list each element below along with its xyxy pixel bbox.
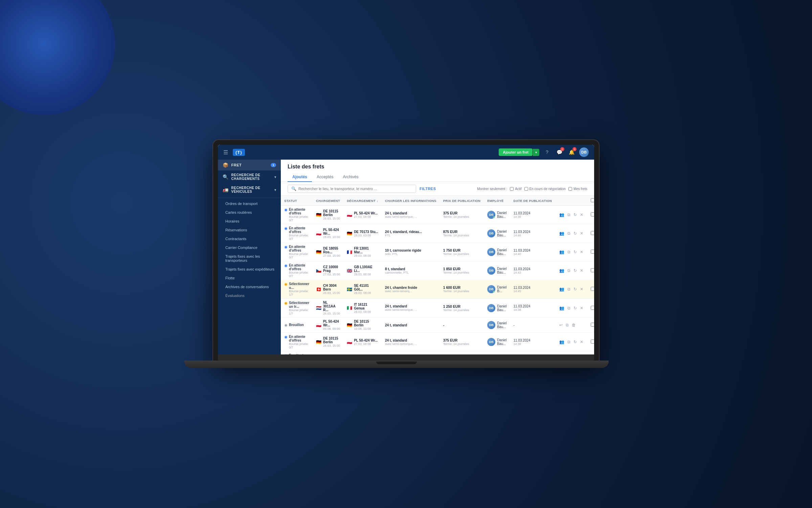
action-refresh-2[interactable]: ↻ (573, 249, 578, 255)
action-close-2[interactable]: ✕ (579, 249, 584, 255)
sidebar-item-carrier-compliance[interactable]: Carrier Compliance (218, 243, 281, 252)
action-copy-3[interactable]: ⧉ (567, 268, 571, 274)
action-close-5[interactable]: ✕ (579, 305, 584, 311)
action-group-0[interactable]: 👥 (559, 212, 565, 218)
load-date-4: 26.03, 15:00 (323, 291, 340, 295)
action-group-7[interactable]: 👥 (559, 339, 565, 345)
sidebar-item-archives[interactable]: Archives de conversations (218, 282, 281, 291)
unload-flag-5: 🇮🇹 (347, 305, 352, 310)
action-close-4[interactable]: ✕ (579, 286, 584, 292)
action-copy-7[interactable]: ⧉ (567, 339, 571, 345)
load-city-5: NL 3011AA R... (323, 301, 340, 312)
row-checkbox-6[interactable] (591, 323, 594, 327)
col-date-pub: DATE DE PUBLICATION (510, 196, 556, 206)
action-group-5[interactable]: 👥 (559, 305, 565, 311)
sidebar-item-trajets-fixes-expediteurs[interactable]: Trajets fixes avec expéditeurs (218, 265, 281, 274)
search-input[interactable] (298, 187, 412, 191)
action-close-1[interactable]: ✕ (579, 230, 584, 236)
action-group-4[interactable]: 👥 (559, 286, 565, 292)
unload-flag-1: 🇩🇪 (347, 231, 352, 236)
sidebar-item-cartes-routieres[interactable]: Cartes routières (218, 208, 281, 217)
action-copy-4[interactable]: ⧉ (567, 286, 571, 292)
sidebar-item-contractants[interactable]: Contractants (218, 234, 281, 243)
action-restore-6[interactable]: ↩ (559, 322, 563, 328)
filter-mes-frets-checkbox[interactable] (568, 187, 572, 191)
action-copy-6[interactable]: ⧉ (565, 322, 569, 328)
row-checkbox-7[interactable] (591, 340, 594, 344)
unload-city-2: FR 13001 Mar... (354, 247, 378, 254)
hamburger-icon[interactable]: ☰ (223, 149, 228, 156)
sidebar-item-trajets-fixes-transporteurs[interactable]: Trajets fixes avec les transporteurs (218, 252, 281, 265)
action-refresh-5[interactable]: ↻ (573, 305, 578, 311)
action-copy-2[interactable]: ⧉ (567, 249, 571, 255)
emp-name-5: Daniel Bau... (497, 304, 506, 312)
cell-statut-0: En attente d'offres Bourse privée: 0/7 (281, 206, 313, 224)
unload-city-6: DE 10115 Berlin (354, 320, 378, 327)
action-copy-5[interactable]: ⧉ (567, 305, 571, 311)
sidebar-item-recherche-vehicules[interactable]: 🚛 RECHERCHE DE VÉHICULES ▾ (218, 183, 281, 196)
cell-chargement-7: 🇩🇪 DE 10115 Berlin 26.03, 15:00 (313, 333, 343, 351)
filter-actif-label[interactable]: Actif (510, 187, 521, 191)
row-checkbox-4[interactable] (591, 287, 594, 291)
filter-button[interactable]: FILTRES (420, 187, 436, 191)
fret-icon: 📦 (223, 162, 229, 168)
filter-mes-frets-label[interactable]: Mes frets (568, 187, 587, 191)
action-refresh-4[interactable]: ↻ (573, 286, 578, 292)
action-refresh-7[interactable]: ↻ (573, 339, 578, 345)
action-copy-1[interactable]: ⧉ (567, 230, 571, 236)
row-checkbox-5[interactable] (591, 306, 594, 310)
action-delete-6[interactable]: 🗑 (571, 322, 577, 328)
sidebar-item-flotte[interactable]: Flotte (218, 274, 281, 282)
action-group-2[interactable]: 👥 (559, 249, 565, 255)
action-refresh-3[interactable]: ↻ (573, 268, 578, 274)
sidebar-item-reservations[interactable]: Réservations (218, 226, 281, 234)
table-row: En attente d'offres Bourse privée: 0/7 🇩… (281, 243, 594, 261)
unload-flag-0: 🇵🇱 (347, 212, 352, 217)
unload-flag-2: 🇫🇷 (347, 250, 352, 255)
action-refresh-0[interactable]: ↻ (573, 212, 578, 218)
cell-checkbox-6 (587, 318, 594, 333)
action-close-7[interactable]: ✕ (579, 339, 584, 345)
row-checkbox-2[interactable] (591, 250, 594, 254)
fret-label: FRET (231, 163, 242, 167)
chat-button[interactable]: 💬 2 (555, 148, 564, 157)
user-avatar-top[interactable]: DB (579, 147, 589, 157)
sidebar: 📦 FRET 1 🔍 RECHERCHE DE CHARGEMENTS ▾ 🚛 … (218, 160, 281, 354)
action-group-1[interactable]: 👥 (559, 230, 565, 236)
tab-ajoutes[interactable]: Ajoutés (288, 172, 312, 182)
action-group-3[interactable]: 👥 (559, 268, 565, 274)
sidebar-item-evaluations[interactable]: Évaluations (218, 291, 281, 300)
help-button[interactable]: ? (543, 148, 551, 157)
action-refresh-1[interactable]: ↻ (573, 230, 578, 236)
row-checkbox-0[interactable] (591, 212, 594, 216)
action-copy-0[interactable]: ⧉ (567, 212, 571, 218)
unload-flag-7: 🇵🇱 (347, 340, 352, 345)
load-flag-2: 🇩🇪 (316, 250, 321, 255)
action-close-3[interactable]: ✕ (579, 268, 584, 274)
row-checkbox-1[interactable] (591, 231, 594, 235)
sidebar-item-fret[interactable]: 📦 FRET 1 (218, 160, 281, 170)
emp-avatar-0: DB (487, 211, 495, 219)
time-text-3: 14:43 (514, 271, 552, 274)
sidebar-item-recherche-chargements[interactable]: 🔍 RECHERCHE DE CHARGEMENTS ▾ (218, 170, 281, 183)
cargo-sub-3: camionnette, FTL (385, 271, 436, 274)
notification-button[interactable]: 🔔 3 (567, 148, 576, 157)
select-all-checkbox[interactable] (591, 198, 594, 202)
cell-date-0: 11.03.2024 14:36 (510, 206, 556, 224)
cell-actions-7: 👥 ⧉ ↻ ✕ (555, 333, 587, 351)
load-date-6: 09.08, 09:00 (323, 327, 340, 330)
tab-acceptes[interactable]: Acceptés (312, 172, 338, 182)
load-city-6: PL 50-424 Wr... (323, 320, 340, 327)
sidebar-item-ordres-transport[interactable]: Ordres de transport (218, 199, 281, 208)
tab-archives[interactable]: Archivés (338, 172, 363, 182)
col-dechargement[interactable]: DÉCHARGEMENT ↓ (343, 196, 382, 206)
filter-negociation-label[interactable]: En cours de négociation (524, 187, 566, 191)
action-close-0[interactable]: ✕ (579, 212, 584, 218)
filter-actif-checkbox[interactable] (510, 187, 514, 191)
unload-flag-6: 🇩🇪 (347, 323, 352, 328)
sidebar-item-horaires[interactable]: Horaires (218, 217, 281, 226)
add-fret-button[interactable]: Ajouter un fret (499, 148, 533, 156)
add-fret-dropdown-button[interactable]: ▾ (533, 149, 539, 156)
filter-negociation-checkbox[interactable] (524, 187, 528, 191)
row-checkbox-3[interactable] (591, 268, 594, 272)
